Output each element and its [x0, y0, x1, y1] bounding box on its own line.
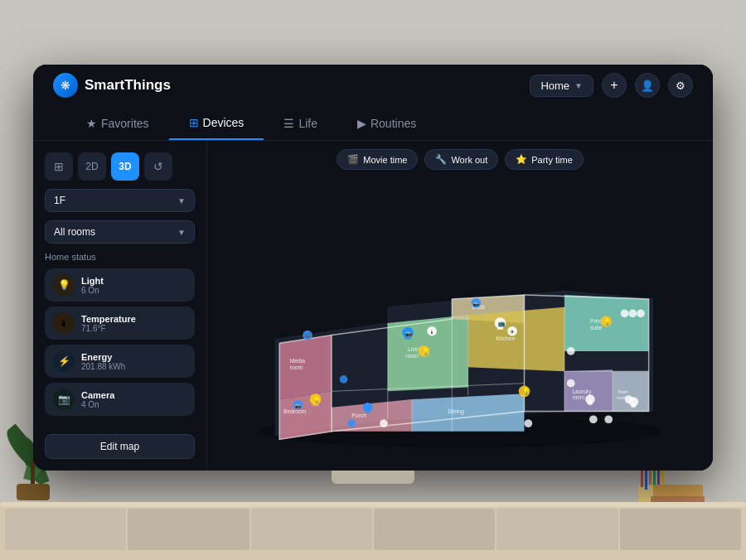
svg-text:🌡: 🌡 — [429, 329, 434, 334]
tab-favorites[interactable]: ★ Favorites — [66, 106, 169, 140]
svg-text:📺: 📺 — [498, 319, 506, 326]
movie-label: Movie time — [363, 155, 407, 165]
svg-text:💡: 💡 — [603, 316, 612, 325]
devices-label: Devices — [203, 116, 245, 129]
floorplan: Media room Bedroom Porch Living room Dec… — [207, 175, 713, 471]
movie-icon: 🎬 — [347, 154, 359, 165]
svg-text:room: room — [405, 352, 419, 358]
light-value: 6 On — [81, 286, 104, 295]
svg-text:📹: 📹 — [305, 332, 312, 339]
svg-text:room: room — [290, 364, 303, 370]
edit-map-label: Edit map — [100, 441, 139, 452]
svg-marker-6 — [279, 335, 332, 399]
svg-text:Media: Media — [290, 358, 306, 364]
svg-text:Porch: Porch — [351, 413, 366, 418]
app-title: SmartThings — [85, 77, 171, 94]
svg-text:📷: 📷 — [473, 300, 480, 307]
temperature-label: Temperature — [81, 314, 136, 324]
svg-point-66 — [604, 415, 613, 423]
svg-marker-11 — [468, 307, 564, 371]
camera-value: 4 On — [81, 400, 114, 409]
floor-dropdown-icon: ▼ — [177, 196, 186, 205]
party-label: Party time — [531, 155, 573, 165]
room-value: All rooms — [54, 226, 95, 238]
svg-text:suite: suite — [590, 324, 603, 330]
light-label: Light — [81, 276, 104, 286]
sidebar: ⊞ 2D 3D ↺ 1F ▼ All rooms — [33, 141, 207, 471]
camera-label: Camera — [81, 390, 114, 400]
party-icon: ⭐ — [516, 154, 527, 165]
dropdown-icon: ▼ — [574, 81, 583, 90]
workout-icon: 🔧 — [435, 154, 447, 165]
logo-icon: ❋ — [53, 73, 78, 98]
svg-point-64 — [525, 419, 533, 427]
scene-controls: 🎬 Movie time 🔧 Work out ⭐ Party time — [337, 141, 584, 175]
logo-area: ❋ SmartThings — [53, 73, 530, 98]
room-dropdown-icon: ▼ — [177, 228, 186, 237]
svg-text:room: room — [573, 394, 584, 400]
home-selector[interactable]: Home ▼ — [530, 75, 593, 97]
svg-text:Bath: Bath — [618, 389, 628, 394]
floorplan-svg: Media room Bedroom Porch Living room Dec… — [224, 195, 696, 451]
svg-point-58 — [340, 374, 348, 383]
temperature-icon: 🌡 — [53, 312, 75, 334]
routines-label: Routines — [371, 117, 416, 130]
movie-time-button[interactable]: 🎬 Movie time — [337, 149, 418, 170]
tab-life[interactable]: ☰ Life — [264, 106, 337, 140]
favorites-label: Favorites — [101, 117, 149, 130]
camera-icon: 📷 — [53, 389, 75, 410]
add-button[interactable]: + — [602, 73, 627, 98]
status-item-camera[interactable]: 📷 Camera 4 On — [45, 383, 195, 416]
home-label: Home — [540, 80, 569, 92]
svg-point-62 — [347, 419, 356, 427]
svg-point-59 — [567, 347, 575, 355]
energy-icon: ⚡ — [53, 350, 75, 372]
svg-text:Kitchen: Kitchen — [497, 336, 516, 341]
grid-view-button[interactable]: ⊞ — [45, 152, 73, 181]
svg-point-63 — [380, 419, 388, 427]
star-icon: ★ — [86, 117, 97, 130]
floor-selector[interactable]: 1F ▼ — [45, 189, 195, 212]
floor-value: 1F — [54, 195, 65, 206]
home-status-title: Home status — [45, 252, 195, 262]
svg-text:Dining: Dining — [448, 408, 463, 414]
svg-text:✈: ✈ — [510, 328, 515, 334]
svg-point-51 — [637, 309, 645, 317]
party-time-button[interactable]: ⭐ Party time — [505, 149, 584, 170]
svg-text:💡: 💡 — [313, 395, 321, 403]
svg-point-65 — [589, 415, 598, 423]
status-item-energy[interactable]: ⚡ Energy 201.88 kWh — [45, 345, 195, 378]
light-icon: 💡 — [53, 274, 75, 296]
tab-devices[interactable]: ⊞ Devices — [169, 106, 264, 140]
svg-text:📷: 📷 — [295, 402, 302, 408]
history-button[interactable]: ↺ — [144, 152, 172, 181]
svg-text:💡: 💡 — [522, 387, 530, 395]
room-selector[interactable]: All rooms ▼ — [45, 220, 195, 244]
svg-point-52 — [628, 309, 637, 317]
profile-button[interactable]: 👤 — [635, 73, 660, 98]
svg-point-60 — [567, 379, 575, 387]
status-item-light[interactable]: 💡 Light 6 On — [45, 268, 195, 302]
life-label: Life — [298, 117, 317, 130]
home-status-section: Home status 💡 Light 6 On 🌡 — [45, 252, 195, 416]
map-area: 🎬 Movie time 🔧 Work out ⭐ Party time — [207, 141, 713, 471]
svg-text:💡: 💡 — [422, 346, 430, 355]
settings-button[interactable]: ⚙ — [668, 73, 693, 98]
workout-button[interactable]: 🔧 Work out — [424, 149, 498, 170]
tab-routines[interactable]: ▶ Routines — [337, 106, 436, 140]
edit-map-button[interactable]: Edit map — [45, 434, 195, 459]
svg-text:📷: 📷 — [405, 329, 413, 336]
view-controls: ⊞ 2D 3D ↺ — [45, 152, 195, 181]
svg-point-53 — [621, 309, 629, 317]
svg-text:Bedroom: Bedroom — [283, 408, 307, 413]
devices-icon: ⊞ — [189, 116, 199, 129]
energy-value: 201.88 kWh — [81, 362, 125, 371]
2d-view-button[interactable]: 2D — [78, 152, 106, 181]
routines-icon: ▶ — [357, 117, 366, 130]
temperature-value: 71.6°F — [81, 324, 136, 333]
workout-label: Work out — [451, 155, 487, 165]
3d-view-button[interactable]: 3D — [111, 152, 139, 181]
status-item-temperature[interactable]: 🌡 Temperature 71.6°F — [45, 307, 195, 340]
energy-label: Energy — [81, 352, 125, 362]
life-icon: ☰ — [283, 117, 294, 130]
